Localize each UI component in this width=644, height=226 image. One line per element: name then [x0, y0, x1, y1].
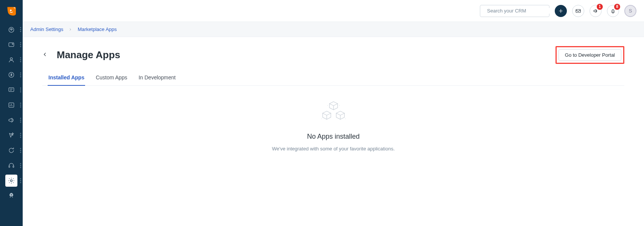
sidebar-support[interactable]: [0, 158, 23, 173]
sidebar-contacts[interactable]: [0, 52, 23, 67]
cursor-star-icon: [8, 132, 15, 139]
sidebar-sync[interactable]: [0, 143, 23, 158]
headset-icon: [8, 162, 15, 169]
chevron-left-icon: [42, 52, 48, 57]
notifications-badge: 8: [614, 4, 620, 10]
svg-point-5: [10, 58, 12, 60]
dollar-icon: [8, 71, 15, 79]
page-title: Manage Apps: [57, 49, 120, 61]
breadcrumb-admin-settings[interactable]: Admin Settings: [30, 26, 63, 32]
tab-in-development[interactable]: In Development: [138, 74, 176, 86]
svg-rect-14: [576, 9, 580, 12]
sidebar-revenue[interactable]: [0, 67, 23, 82]
main-area: 1 8 S Admin Settings Marketplace Apps Ma…: [23, 0, 644, 226]
svg-rect-7: [9, 88, 14, 91]
svg-point-0: [10, 9, 12, 11]
chat-icon: [8, 86, 15, 94]
sidebar-dashboard[interactable]: [0, 22, 23, 37]
tabs: Installed Apps Custom Apps In Developmen…: [42, 74, 624, 86]
megaphone-icon: [8, 116, 15, 124]
sidebar-chat[interactable]: [0, 82, 23, 98]
go-to-developer-portal-button[interactable]: Go to Developer Portal: [559, 49, 621, 61]
gear-icon: [8, 177, 15, 184]
svg-point-1: [9, 27, 14, 32]
gauge-icon: [8, 26, 15, 33]
rocket-icon: [8, 192, 15, 200]
chevron-right-icon: [68, 28, 72, 31]
app-root: 1 8 S Admin Settings Marketplace Apps Ma…: [0, 0, 644, 226]
search-input[interactable]: [487, 8, 551, 14]
tab-installed-apps[interactable]: Installed Apps: [48, 74, 85, 86]
sidebar-launch[interactable]: [0, 188, 23, 203]
svg-point-2: [11, 29, 12, 31]
top-header: 1 8 S: [23, 0, 644, 22]
card-icon: [8, 41, 15, 48]
sync-icon: [8, 147, 15, 154]
empty-state-title: No Apps installed: [307, 133, 360, 141]
bar-chart-icon: [8, 101, 15, 109]
back-button[interactable]: [42, 52, 48, 59]
mail-icon: [575, 8, 581, 14]
brand-logo[interactable]: [0, 0, 23, 22]
sidebar-settings[interactable]: [0, 173, 23, 188]
person-icon: [8, 56, 15, 63]
dev-portal-highlight: Go to Developer Portal: [556, 46, 624, 64]
quick-add-button[interactable]: [555, 5, 567, 17]
svg-line-18: [345, 119, 346, 119]
breadcrumb: Admin Settings Marketplace Apps: [23, 22, 644, 37]
sidebar-reports[interactable]: [0, 98, 23, 113]
svg-point-12: [11, 194, 12, 195]
sidebar-campaigns[interactable]: [0, 113, 23, 128]
svg-point-4: [12, 43, 13, 45]
tab-custom-apps[interactable]: Custom Apps: [95, 74, 128, 86]
announcements-button[interactable]: 1: [590, 5, 602, 17]
empty-state: No Apps installed We've integrated with …: [42, 86, 624, 152]
mail-button[interactable]: [572, 5, 584, 17]
boxes-icon: [317, 99, 351, 124]
svg-point-11: [11, 180, 12, 182]
user-avatar[interactable]: S: [624, 5, 636, 17]
title-row: Manage Apps Go to Developer Portal: [42, 46, 624, 64]
svg-rect-9: [9, 166, 10, 167]
content: Manage Apps Go to Developer Portal Insta…: [23, 37, 644, 226]
sidebar-automation[interactable]: [0, 128, 23, 143]
svg-rect-3: [9, 43, 14, 46]
sidebar: [0, 0, 23, 226]
sidebar-deals[interactable]: [0, 37, 23, 52]
breadcrumb-marketplace-apps[interactable]: Marketplace Apps: [78, 26, 116, 32]
notifications-button[interactable]: 8: [607, 5, 619, 17]
search-box[interactable]: [480, 5, 549, 17]
announcements-badge: 1: [597, 4, 603, 10]
freshsales-logo-icon: [6, 5, 17, 17]
svg-rect-10: [13, 166, 14, 167]
empty-state-subtitle: We've integrated with some of your favor…: [272, 146, 395, 152]
plus-icon: [558, 8, 564, 14]
svg-line-17: [321, 119, 321, 119]
